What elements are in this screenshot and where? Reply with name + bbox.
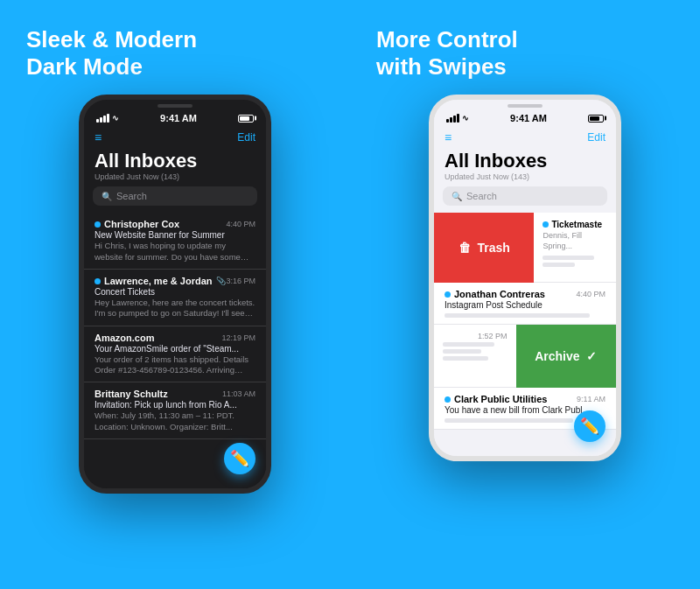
time-3: 12:19 PM	[221, 333, 256, 342]
search-icon-dark: 🔍	[102, 192, 112, 201]
email-list-dark: Christopher Cox 4:40 PM New Website Bann…	[84, 213, 266, 439]
status-bar-light: ∿ 9:41 AM	[434, 108, 616, 125]
mail-header-dark: ≡ Edit	[84, 125, 266, 148]
signal-bar-2	[100, 117, 102, 123]
search-placeholder-dark: Search	[116, 191, 147, 201]
left-panel-title: Sleek & Modern Dark Mode	[26, 26, 197, 81]
unread-dot-1	[94, 221, 101, 228]
preview-2: Hey Lawrence, here are the concert ticke…	[94, 298, 256, 319]
signal-bar-3	[103, 116, 106, 123]
sender-2: Lawrence, me & Jordan 📎	[94, 276, 226, 286]
unread-dot-clark	[444, 396, 451, 403]
placeholder-line	[542, 256, 594, 260]
signal-bar-4	[107, 114, 109, 123]
unread-dot-2	[94, 278, 101, 284]
email-row-1[interactable]: Christopher Cox 4:40 PM New Website Bann…	[84, 213, 266, 270]
archive-swipe-row[interactable]: 1:52 PM Archive ✓	[434, 325, 616, 388]
pencil-icon-light: ✏️	[580, 417, 599, 436]
pencil-icon-dark: ✏️	[230, 449, 249, 468]
archive-label: Archive	[535, 349, 579, 363]
mail-header-light: ≡ Edit	[434, 125, 616, 148]
hamburger-icon-dark[interactable]: ≡	[94, 130, 102, 144]
archive-placeholder-1	[443, 342, 494, 347]
time-4: 11:03 AM	[222, 389, 256, 398]
status-bar-dark: ∿ 9:41 AM	[84, 108, 266, 125]
email-row-4[interactable]: Brittany Schultz 11:03 AM Invitation: Pi…	[84, 382, 266, 439]
status-time-dark: 9:41 AM	[160, 113, 197, 123]
signal-bars	[96, 114, 109, 123]
battery-fill-light	[590, 116, 599, 121]
inbox-title-light: All Inboxes	[444, 150, 606, 172]
time-1: 4:40 PM	[226, 220, 256, 228]
signal-area: ∿	[96, 114, 119, 123]
trash-label: Trash	[478, 241, 510, 255]
sender-jonathan: Jonathan Contreras	[444, 289, 545, 299]
email-row-3[interactable]: Amazon.com 12:19 PM Your AmazonSmile ord…	[84, 326, 266, 383]
clark-placeholder	[444, 418, 573, 423]
archive-action[interactable]: Archive ✓	[516, 325, 616, 388]
trash-action[interactable]: 🗑 Trash	[434, 213, 534, 283]
time-jonathan: 4:40 PM	[576, 290, 606, 298]
dark-phone: ∿ 9:41 AM ≡ Edit All Inboxes Updated Jus…	[79, 95, 271, 494]
inbox-subtitle-dark: Updated Just Now (143)	[94, 172, 256, 181]
status-time-light: 9:41 AM	[510, 113, 547, 123]
ticketmaster-email[interactable]: Ticketmaste Dennis, Fill Spring...	[534, 213, 616, 283]
search-bar-light[interactable]: 🔍 Search	[443, 186, 607, 206]
compose-fab-dark[interactable]: ✏️	[224, 443, 256, 474]
preview-3: Your order of 2 items has shipped. Detai…	[94, 354, 256, 376]
inbox-title-dark: All Inboxes	[94, 150, 256, 172]
signal-bars-light	[446, 114, 459, 123]
signal-bar-l4	[457, 114, 459, 123]
time-clark: 9:11 AM	[577, 395, 606, 403]
sender-clark: Clark Public Utilities	[444, 394, 547, 404]
time-2: 3:16 PM	[226, 277, 256, 285]
preview-placeholder-1	[444, 313, 590, 318]
search-bar-dark[interactable]: 🔍 Search	[93, 186, 257, 206]
battery-icon-dark	[238, 115, 254, 123]
email-row-2[interactable]: Lawrence, me & Jordan 📎 3:16 PM Concert …	[84, 270, 266, 326]
trash-icon: 🗑	[458, 241, 471, 255]
subject-1: New Website Banner for Summer	[94, 230, 256, 240]
wifi-icon-light: ∿	[462, 114, 469, 123]
signal-bar-1	[96, 119, 99, 123]
signal-bar-l1	[446, 119, 449, 123]
subject-3: Your AmazonSmile order of "Steam...	[94, 344, 256, 354]
sender-4: Brittany Schultz	[94, 389, 168, 399]
ticketmaster-sender: Ticketmaste	[551, 220, 602, 229]
archive-email-partial[interactable]: 1:52 PM	[434, 325, 516, 388]
inbox-subtitle-light: Updated Just Now (143)	[444, 172, 606, 181]
preview-4: When: July 19th, 11:30 am – 11: PDT. Loc…	[94, 410, 256, 432]
signal-area-light: ∿	[446, 114, 469, 123]
battery-fill	[240, 116, 249, 121]
archive-placeholder-3	[443, 356, 488, 361]
wifi-icon: ∿	[112, 114, 119, 123]
ticketmaster-preview: Dennis, Fill Spring...	[542, 231, 607, 251]
compose-fab-light[interactable]: ✏️	[574, 410, 606, 442]
archive-placeholder-2	[443, 349, 481, 354]
battery-area-dark	[238, 115, 254, 123]
subject-jonathan: Instagram Post Schedule	[444, 300, 606, 310]
speaker-slit-light	[508, 104, 542, 108]
sender-3: Amazon.com	[94, 333, 154, 343]
search-placeholder-light: Search	[466, 191, 497, 201]
subject-4: Invitation: Pick up lunch from Rio A...	[94, 400, 256, 410]
archive-check-icon: ✓	[586, 349, 597, 363]
inbox-title-area-light: All Inboxes Updated Just Now (143)	[434, 148, 616, 181]
left-panel: Sleek & Modern Dark Mode ∿ 9:41 AM	[0, 0, 350, 589]
placeholder-line-2	[542, 263, 575, 267]
sender-1: Christopher Cox	[94, 219, 179, 229]
edit-button-light[interactable]: Edit	[587, 131, 606, 144]
right-panel-title: More Control with Swipes	[376, 26, 518, 81]
swipe-section: 🗑 Trash Ticketmaste Dennis, Fill Spring.…	[434, 213, 616, 430]
hamburger-icon-light[interactable]: ≡	[444, 130, 452, 144]
battery-area-light	[588, 115, 604, 123]
speaker-slit	[158, 104, 192, 108]
signal-bar-l3	[453, 116, 456, 123]
battery-icon-light	[588, 115, 604, 123]
edit-button-dark[interactable]: Edit	[237, 131, 256, 144]
trash-swipe-row[interactable]: 🗑 Trash Ticketmaste Dennis, Fill Spring.…	[434, 213, 616, 283]
unread-dot-jonathan	[444, 291, 451, 298]
email-row-jonathan[interactable]: Jonathan Contreras 4:40 PM Instagram Pos…	[434, 283, 616, 325]
archive-time: 1:52 PM	[443, 332, 508, 340]
attachment-icon: 📎	[216, 277, 226, 285]
